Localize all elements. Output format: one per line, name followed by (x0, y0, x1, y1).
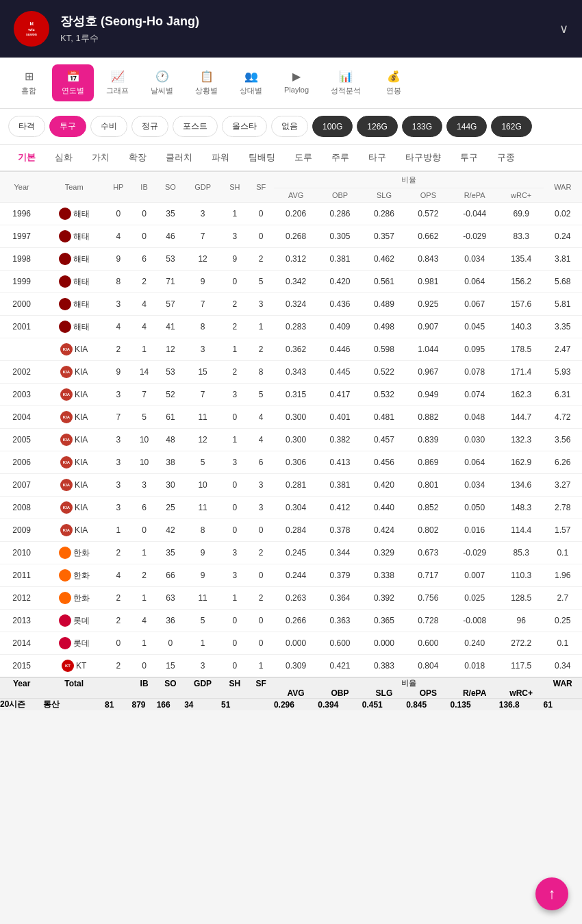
team-logo-sm (59, 569, 71, 582)
row-ops: 0.869 (406, 451, 450, 474)
row-wrc: 110.3 (499, 564, 544, 587)
filter-100g[interactable]: 100G (312, 116, 353, 137)
row-sf: 0 (249, 632, 274, 655)
row-team: 한화 (43, 587, 105, 610)
team-logo: kt wiz suwon (14, 11, 49, 47)
row-slg: 0.489 (362, 293, 406, 316)
row-obp: 0.417 (318, 384, 362, 406)
row-sh: 0 (221, 474, 248, 497)
row-wrc: 83.3 (499, 225, 544, 248)
filter-defense[interactable]: 수비 (90, 116, 127, 137)
team-logo-sm (59, 298, 71, 310)
row-ib: 1 (131, 542, 156, 564)
row-gdp: 1 (184, 632, 221, 655)
sub-nav-expand[interactable]: 확장 (119, 145, 156, 172)
row-wrc: 114.4 (499, 519, 544, 542)
row-year: 2008 (0, 497, 43, 519)
row-gdp: 9 (184, 271, 221, 293)
filter-regular[interactable]: 정규 (131, 116, 168, 137)
total-so: 166 (157, 699, 184, 711)
sub-nav-value[interactable]: 가치 (82, 145, 119, 172)
sub-nav-hitdir[interactable]: 타구방향 (396, 145, 451, 172)
sub-nav-basic[interactable]: 기본 (8, 145, 45, 172)
row-ops: 0.801 (406, 474, 450, 497)
tab-overview[interactable]: ⊞ 홈합 (8, 64, 49, 101)
sub-nav-hit[interactable]: 타구 (359, 145, 396, 172)
filter-post[interactable]: 포스트 (173, 116, 218, 137)
filter-162g[interactable]: 162G (491, 116, 531, 137)
row-year: 2003 (0, 384, 43, 406)
row-ops: 0.572 (406, 203, 450, 225)
row-slg: 0.000 (362, 632, 406, 655)
tab-playlog[interactable]: ▶ Playlog (275, 64, 318, 101)
sub-nav-teambat[interactable]: 팀배팅 (239, 145, 285, 172)
row-obp: 0.445 (318, 361, 362, 384)
row-hp: 0 (105, 203, 131, 225)
row-hp: 2 (105, 655, 131, 678)
row-sf: 6 (249, 451, 274, 474)
sub-nav-steal[interactable]: 도루 (285, 145, 322, 172)
row-team: KIA KIA (43, 406, 105, 429)
row-wrc: 272.2 (499, 632, 544, 655)
row-sh: 3 (221, 451, 248, 474)
row-slg: 0.462 (362, 248, 406, 271)
chevron-down-icon[interactable]: ∨ (559, 21, 568, 36)
tab-opponent[interactable]: 👥 상대별 (230, 64, 272, 101)
row-repa: 0.240 (451, 632, 499, 655)
row-gdp: 7 (184, 293, 221, 316)
tab-yearly[interactable]: 📅 연도별 (52, 64, 94, 101)
sub-nav-deep[interactable]: 심화 (45, 145, 82, 172)
row-avg: 0.312 (274, 248, 318, 271)
table-row: 2015 KT KT 2 0 15 3 0 1 0.309 0.421 0.38… (0, 655, 582, 678)
row-so: 36 (157, 610, 184, 632)
row-war: 1.57 (544, 519, 582, 542)
row-war: 6.26 (544, 451, 582, 474)
row-ops: 0.804 (406, 655, 450, 678)
row-team: 롯데 (43, 610, 105, 632)
row-avg: 0.284 (274, 519, 318, 542)
row-avg: 0.324 (274, 293, 318, 316)
row-sf: 0 (249, 564, 274, 587)
filter-133g[interactable]: 133G (402, 116, 442, 137)
row-war: 3.27 (544, 474, 582, 497)
filter-144g[interactable]: 144G (446, 116, 487, 137)
th-year: Year (0, 172, 43, 203)
total-sf (249, 699, 274, 711)
tab-graph[interactable]: 📈 그래프 (97, 64, 138, 101)
sub-nav-run[interactable]: 주루 (322, 145, 359, 172)
table-row: 2010 한화 2 1 35 9 3 2 0.245 0.344 0.329 0… (0, 542, 582, 564)
tab-weather[interactable]: 🕐 날씨별 (141, 64, 183, 101)
row-avg: 0.309 (274, 655, 318, 678)
sub-nav-power[interactable]: 파워 (202, 145, 239, 172)
footer-th-sh: SH (221, 677, 248, 688)
tab-analysis[interactable]: 📊 성적분석 (321, 64, 370, 101)
filter-pitching[interactable]: 투구 (49, 116, 86, 137)
row-repa: 0.050 (451, 497, 499, 519)
filter-126g[interactable]: 126G (357, 116, 397, 137)
tab-situation[interactable]: 📋 상황별 (186, 64, 227, 101)
row-obp: 0.379 (318, 564, 362, 587)
player-info: 장성호 (Seong-Ho Jang) KT, 1루수 (60, 13, 568, 45)
row-obp: 0.412 (318, 497, 362, 519)
tab-bonus[interactable]: 💰 연봉 (373, 64, 414, 101)
row-wrc: 162.9 (499, 451, 544, 474)
row-sh: 0 (221, 497, 248, 519)
row-obp: 0.446 (318, 338, 362, 361)
row-slg: 0.456 (362, 451, 406, 474)
row-ops: 0.662 (406, 225, 450, 248)
sub-nav-pitch[interactable]: 투구 (451, 145, 488, 172)
row-avg: 0.300 (274, 429, 318, 451)
filter-batting[interactable]: 타격 (8, 116, 45, 137)
overview-icon: ⊞ (25, 70, 34, 83)
team-logo-sm: KIA (60, 501, 73, 514)
total-sh: 51 (221, 699, 248, 711)
row-gdp: 9 (184, 542, 221, 564)
filter-none[interactable]: 없음 (271, 116, 308, 137)
th-so: SO (157, 172, 184, 203)
sub-nav-clutch[interactable]: 클러치 (156, 145, 202, 172)
filter-allstar[interactable]: 올스타 (222, 116, 267, 137)
row-wrc: 134.6 (499, 474, 544, 497)
row-ops: 0.802 (406, 519, 450, 542)
row-sf: 3 (249, 293, 274, 316)
sub-nav-pitchtype[interactable]: 구종 (488, 145, 524, 172)
